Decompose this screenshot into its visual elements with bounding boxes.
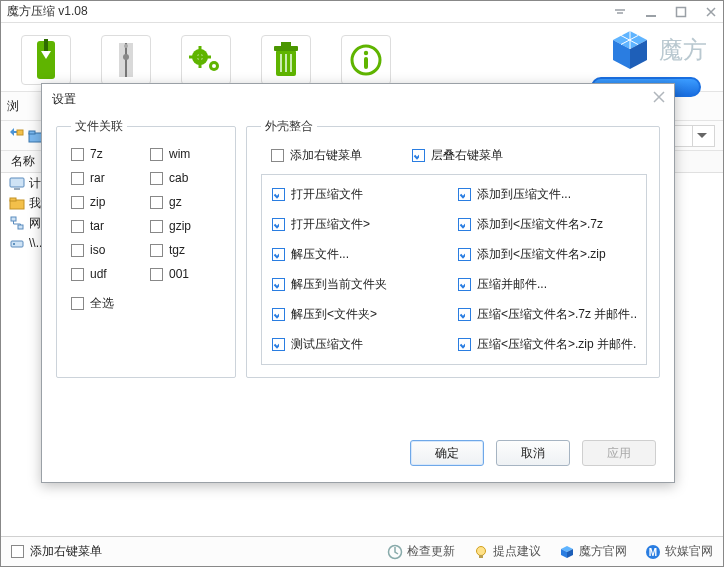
svg-rect-20	[364, 57, 368, 69]
checkbox-shell-top-1[interactable]: 层叠右键菜单	[412, 147, 503, 164]
checkbox-assoc-zip[interactable]: zip	[71, 195, 144, 209]
checkbox-assoc-iso[interactable]: iso	[71, 243, 144, 257]
checkbox-shell-item-1[interactable]: 添加到压缩文件...	[458, 185, 636, 205]
maximize-icon[interactable]	[675, 6, 687, 18]
checkbox-label: 层叠右键菜单	[431, 147, 503, 164]
svg-rect-3	[44, 39, 48, 51]
checkbox-assoc-gzip[interactable]: gzip	[150, 219, 223, 233]
checkbox-select-all[interactable]: 全选	[71, 295, 114, 312]
svg-point-9	[212, 64, 216, 68]
svg-rect-32	[10, 178, 24, 187]
checkbox-label: 添加到<压缩文件名>.zip	[477, 246, 606, 263]
computer-icon	[9, 175, 25, 191]
checkbox-shell-item-9[interactable]: 压缩<压缩文件名>.7z 并邮件...	[458, 304, 636, 324]
pin-icon[interactable]	[613, 7, 627, 17]
checkbox-shell-item-0[interactable]: 打开压缩文件	[272, 185, 450, 205]
checkbox-label: 添加到<压缩文件名>.7z	[477, 216, 603, 233]
checkbox-label: 添加到压缩文件...	[477, 186, 571, 203]
checkbox-label: 001	[169, 267, 189, 281]
main-toolbar: 魔方	[1, 23, 723, 91]
checkbox-assoc-001[interactable]: 001	[150, 267, 223, 281]
footer-link-ruanmei[interactable]: M 软媒官网	[645, 543, 713, 560]
bulb-icon	[473, 544, 489, 560]
checkbox-shell-item-10[interactable]: 测试压缩文件	[272, 334, 450, 354]
settings-dialog: 设置 文件关联 7zwimrarcabzipgztargzipisotgzudf…	[41, 83, 675, 483]
close-icon[interactable]	[705, 6, 717, 18]
footer-link-label: 软媒官网	[665, 543, 713, 560]
checkbox-assoc-gz[interactable]: gz	[150, 195, 223, 209]
svg-rect-1	[677, 7, 686, 16]
checkbox-label: tgz	[169, 243, 185, 257]
toolbar-extract-button[interactable]	[101, 35, 151, 85]
checkbox-label: 压缩<压缩文件名>.7z 并邮件...	[477, 306, 636, 323]
footer-link-update[interactable]: 检查更新	[387, 543, 455, 560]
toolbar-compress-button[interactable]	[21, 35, 71, 85]
toolbar-info-button[interactable]	[341, 35, 391, 85]
checkbox-shell-item-8[interactable]: 解压到<文件夹>	[272, 304, 450, 324]
svg-rect-14	[281, 42, 291, 46]
svg-point-39	[13, 243, 15, 245]
toolbar-delete-button[interactable]	[261, 35, 311, 85]
checkbox-label: 解压到<文件夹>	[291, 306, 377, 323]
svg-rect-42	[479, 555, 483, 558]
checkbox-shell-item-6[interactable]: 解压到当前文件夹	[272, 274, 450, 294]
checkbox-assoc-rar[interactable]: rar	[71, 171, 144, 185]
checkbox-assoc-udf[interactable]: udf	[71, 267, 144, 281]
dialog-titlebar: 设置	[42, 84, 674, 114]
svg-point-4	[123, 54, 129, 60]
checkbox-shell-top-0[interactable]: 添加右键菜单	[271, 147, 362, 164]
nav-up-icon[interactable]	[7, 127, 25, 145]
drive-network-icon	[9, 235, 25, 251]
brand-cube-icon	[609, 29, 651, 71]
checkbox-assoc-7z[interactable]: 7z	[71, 147, 144, 161]
checkbox-label: 压缩<压缩文件名>.zip 并邮件...	[477, 336, 636, 353]
checkbox-label: 打开压缩文件	[291, 186, 363, 203]
svg-rect-35	[10, 198, 16, 201]
brand: 魔方	[609, 29, 707, 71]
close-icon[interactable]	[652, 90, 666, 104]
footer-link-mofang[interactable]: 魔方官网	[559, 543, 627, 560]
toolbar-settings-button[interactable]	[181, 35, 231, 85]
checkbox-shell-item-7[interactable]: 压缩并邮件...	[458, 274, 636, 294]
checkbox-shell-item-11[interactable]: 压缩<压缩文件名>.zip 并邮件...	[458, 334, 636, 354]
m-icon: M	[645, 544, 661, 560]
checkbox-assoc-tar[interactable]: tar	[71, 219, 144, 233]
checkbox-label: gz	[169, 195, 182, 209]
minimize-icon[interactable]	[645, 6, 657, 18]
cancel-button[interactable]: 取消	[496, 440, 570, 466]
group-legend: 外壳整合	[261, 118, 317, 135]
footer-link-label: 魔方官网	[579, 543, 627, 560]
checkbox-assoc-tgz[interactable]: tgz	[150, 243, 223, 257]
svg-rect-0	[646, 15, 656, 17]
checkbox-label: wim	[169, 147, 190, 161]
group-legend: 文件关联	[71, 118, 127, 135]
network-icon	[9, 215, 25, 231]
apply-button[interactable]: 应用	[582, 440, 656, 466]
footer-link-feedback[interactable]: 提点建议	[473, 543, 541, 560]
checkbox-label: gzip	[169, 219, 191, 233]
checkbox-label: 解压到当前文件夹	[291, 276, 387, 293]
svg-rect-13	[274, 46, 298, 51]
checkbox-shell-item-4[interactable]: 解压文件...	[272, 245, 450, 265]
checkbox-assoc-wim[interactable]: wim	[150, 147, 223, 161]
checkbox-shell-item-5[interactable]: 添加到<压缩文件名>.zip	[458, 245, 636, 265]
checkbox-label: rar	[90, 171, 105, 185]
svg-rect-36	[11, 217, 16, 221]
window-title: 魔方压缩 v1.08	[7, 3, 613, 20]
checkbox-label: 打开压缩文件>	[291, 216, 370, 233]
ok-button[interactable]: 确定	[410, 440, 484, 466]
checkbox-label: cab	[169, 171, 188, 185]
checkbox-shell-item-2[interactable]: 打开压缩文件>	[272, 215, 450, 235]
svg-rect-38	[11, 241, 23, 247]
svg-rect-29	[29, 131, 35, 134]
svg-rect-33	[14, 188, 20, 190]
svg-text:M: M	[649, 547, 657, 558]
checkbox-assoc-cab[interactable]: cab	[150, 171, 223, 185]
checkbox-label: 添加右键菜单	[30, 543, 102, 560]
checkbox-label: udf	[90, 267, 107, 281]
checkbox-shell-item-3[interactable]: 添加到<压缩文件名>.7z	[458, 215, 636, 235]
checkbox-label: 测试压缩文件	[291, 336, 363, 353]
checkbox-label: iso	[90, 243, 105, 257]
chevron-down-icon[interactable]	[692, 125, 710, 147]
footer-add-contextmenu-checkbox[interactable]: 添加右键菜单	[11, 543, 102, 560]
